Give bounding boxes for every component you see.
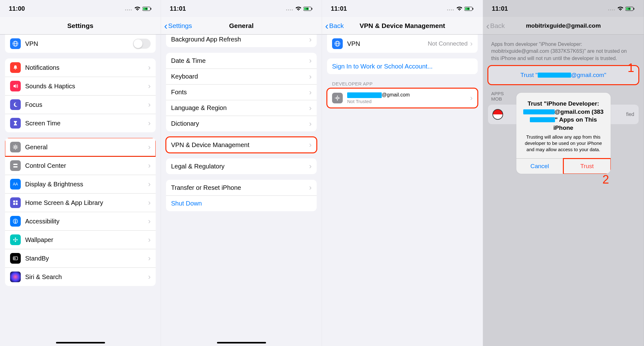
gear-icon: [10, 142, 21, 152]
status-bar: 11:00 ....: [0, 0, 161, 17]
bell-icon: [10, 62, 21, 73]
phone-trust-dialog: 11:01 .... ‹Back mobitrixguide@gmail.com…: [483, 0, 644, 346]
page-title: Settings: [0, 22, 161, 30]
phone-settings: 11:00 .... Settings VPN Notifications› S…: [0, 0, 161, 346]
row-dictionary[interactable]: Dictionary›: [166, 116, 317, 131]
row-siri[interactable]: Siri & Search›: [5, 267, 156, 286]
vpn-icon: [332, 38, 343, 49]
svg-rect-8: [13, 166, 18, 168]
row-screentime[interactable]: Screen Time›: [5, 114, 156, 132]
svg-point-18: [15, 241, 16, 242]
home-indicator[interactable]: [56, 342, 105, 343]
chevron-right-icon: ›: [148, 217, 151, 225]
chevron-right-icon: ›: [309, 104, 312, 112]
wifi-icon: [134, 5, 141, 12]
group-reset: Transfer or Reset iPhone› Shut Down: [166, 180, 317, 211]
settings-scroll[interactable]: VPN Notifications› Sounds & Haptics› Foc…: [0, 35, 161, 346]
svg-rect-13: [16, 203, 18, 205]
clock-icon: [10, 253, 21, 264]
cancel-button[interactable]: Cancel: [516, 159, 564, 174]
status-bar: 11:01 ....: [161, 0, 322, 17]
svg-rect-7: [13, 164, 18, 165]
trust-button[interactable]: Trust: [564, 159, 611, 174]
trust-alert: Trust "iPhone Developer: @gmail.com (383…: [516, 93, 611, 174]
row-language[interactable]: Language & Region›: [166, 100, 317, 116]
chevron-right-icon: ›: [148, 143, 151, 151]
row-background-refresh[interactable]: Background App Refresh›: [166, 35, 317, 47]
flower-icon: [10, 234, 21, 245]
trust-developer-button[interactable]: Trust "@gmail.com": [488, 66, 639, 85]
sun-icon: AA: [10, 179, 21, 189]
annotation-1: 1: [628, 61, 634, 75]
row-sounds[interactable]: Sounds & Haptics›: [5, 77, 156, 95]
nav: Settings: [0, 17, 161, 35]
battery-icon: [464, 5, 474, 12]
row-wallpaper[interactable]: Wallpaper›: [5, 230, 156, 249]
row-controlcenter[interactable]: Control Center›: [5, 156, 156, 175]
row-display[interactable]: AADisplay & Brightness›: [5, 175, 156, 193]
grid-icon: [10, 197, 21, 208]
row-datetime[interactable]: Date & Time›: [166, 53, 317, 69]
developer-email: @gmail.com: [347, 92, 470, 98]
alert-subtitle: Trusting will allow any app from this de…: [522, 134, 605, 153]
chevron-right-icon: ›: [309, 184, 312, 191]
status-time: 11:01: [331, 5, 347, 12]
row-standby[interactable]: StandBy›: [5, 249, 156, 267]
group-vpn-mgmt: VPN & Device Management›: [166, 137, 317, 153]
nav: ‹Back VPN & Device Management: [322, 17, 483, 35]
alert-title: Trust "iPhone Developer: @gmail.com (383…: [522, 100, 605, 132]
svg-rect-35: [634, 8, 634, 10]
svg-rect-27: [465, 8, 470, 10]
row-notifications[interactable]: Notifications›: [5, 58, 156, 77]
row-transfer-reset[interactable]: Transfer or Reset iPhone›: [166, 180, 317, 195]
app-icon: [492, 109, 503, 120]
phone-vpn-mgmt: 11:01 .... ‹Back VPN & Device Management…: [322, 0, 483, 346]
svg-point-15: [15, 220, 16, 221]
row-fonts[interactable]: Fonts›: [166, 84, 317, 100]
chevron-right-icon: ›: [470, 40, 473, 47]
back-button: ‹Back: [486, 21, 505, 31]
row-general[interactable]: General›: [5, 138, 156, 156]
svg-point-20: [16, 239, 18, 240]
chevron-right-icon: ›: [309, 73, 312, 80]
chevron-right-icon: ›: [309, 89, 312, 96]
row-vpn[interactable]: VPN: [5, 35, 156, 53]
row-legal[interactable]: Legal & Regulatory›: [166, 158, 317, 174]
group-signin: Sign In to Work or School Account...: [327, 58, 478, 74]
row-developer-profile[interactable]: @gmail.com Not Trusted ›: [327, 88, 478, 108]
home-indicator[interactable]: [217, 342, 266, 343]
back-button[interactable]: ‹Settings: [164, 21, 192, 31]
label: VPN: [25, 40, 133, 47]
row-accessibility[interactable]: Accessibility›: [5, 212, 156, 230]
battery-icon: [303, 5, 313, 12]
group-cut: Background App Refresh›: [166, 35, 317, 47]
nav: ‹Settings General: [161, 17, 322, 35]
chevron-right-icon: ›: [148, 199, 151, 206]
trust-description: Apps from developer "iPhone Developer: m…: [483, 35, 644, 64]
person-icon: [10, 216, 21, 227]
chevron-right-icon: ›: [309, 57, 312, 64]
vpn-mgmt-scroll[interactable]: VPNNot Connected› Sign In to Work or Sch…: [322, 35, 483, 346]
group-vpn: VPN: [5, 35, 156, 53]
svg-text:AA: AA: [13, 182, 18, 186]
chevron-left-icon: ‹: [486, 21, 490, 31]
chevron-right-icon: ›: [309, 120, 312, 128]
wifi-icon: [295, 5, 302, 12]
row-focus[interactable]: Focus›: [5, 95, 156, 114]
svg-rect-1: [143, 8, 148, 10]
chevron-right-icon: ›: [148, 162, 151, 169]
back-button[interactable]: ‹Back: [325, 21, 344, 31]
row-keyboard[interactable]: Keyboard›: [166, 69, 317, 84]
moon-icon: [10, 99, 21, 110]
row-vpn[interactable]: VPNNot Connected›: [327, 35, 478, 53]
row-vpn-device-mgmt[interactable]: VPN & Device Management›: [166, 137, 317, 153]
general-scroll[interactable]: Background App Refresh› Date & Time› Key…: [161, 35, 322, 346]
row-homescreen[interactable]: Home Screen & App Library›: [5, 193, 156, 212]
group-developer: @gmail.com Not Trusted ›: [327, 88, 478, 108]
vpn-icon: [10, 38, 21, 49]
chevron-right-icon: ›: [309, 162, 312, 170]
row-signin-work[interactable]: Sign In to Work or School Account...: [327, 58, 478, 74]
svg-point-17: [15, 238, 16, 239]
vpn-toggle[interactable]: [133, 39, 151, 49]
row-shutdown[interactable]: Shut Down: [166, 195, 317, 211]
